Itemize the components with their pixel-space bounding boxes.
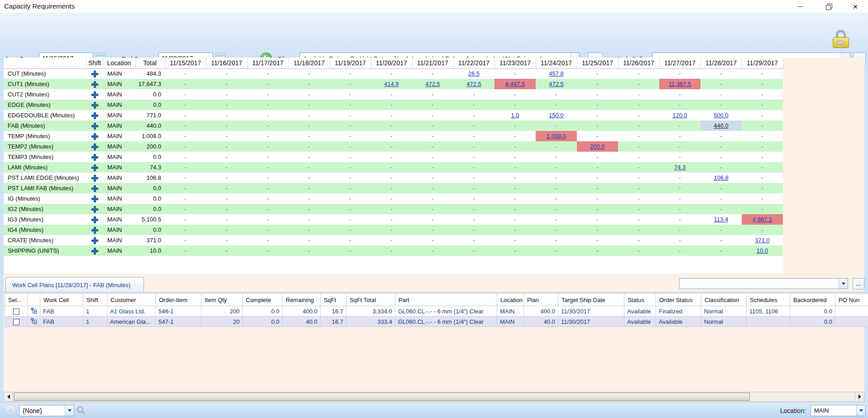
capacity-value-link[interactable]: 150.0 [549,112,564,119]
horizontal-scrollbar[interactable] [4,392,864,402]
plans-filter-dropdown[interactable] [679,278,848,289]
expand-plus-icon[interactable] [92,165,98,171]
capacity-cell: 472.5 [412,79,453,89]
capacity-cell-empty: - [165,204,206,214]
capacity-value-link[interactable]: 457.8 [549,70,564,77]
total-cell: 1,008.0 [135,131,165,141]
hierarchy-icon[interactable] [31,307,37,314]
expand-plus-icon[interactable] [92,71,98,77]
scrollbar-thumb[interactable] [14,393,750,401]
capacity-value-link[interactable]: 26.5 [468,70,480,77]
expand-plus-icon[interactable] [92,154,98,160]
capacity-cell-empty: - [618,79,659,89]
capacity-value-link[interactable]: 11,367.5 [669,81,691,87]
capacity-value-link[interactable]: 414.9 [384,81,399,87]
capacity-cell-empty: - [206,225,247,235]
plans-filter-arrow-icon[interactable] [839,279,848,288]
capacity-value-link[interactable]: 10.0 [757,247,768,254]
capacity-cell-empty: - [247,173,288,183]
plans-more-button[interactable]: ... [853,278,864,289]
expand-plus-icon[interactable] [92,207,98,212]
capacity-cell-empty: - [165,183,206,193]
select-checkbox[interactable] [13,308,19,315]
total-cell: 0.0 [135,152,165,162]
capacity-value-link[interactable]: 1.0 [511,112,519,119]
select-checkbox[interactable] [13,319,19,325]
panel-divider [4,292,864,293]
plans-cell: 20 [201,317,243,327]
back-icon[interactable]: ‹ [5,404,16,416]
expand-plus-icon[interactable] [92,92,98,98]
capacity-cell-empty: - [412,173,453,183]
expand-plus-icon[interactable] [92,196,98,202]
expand-plus-icon[interactable] [92,134,98,139]
hierarchy-icon[interactable] [31,318,37,324]
capacity-cell-empty: - [577,193,618,204]
location-dropdown-arrow-icon[interactable] [856,405,865,416]
location-cell: MAIN [103,79,135,89]
work-cell-plans-table: Sel...Work CellShiftCustomerOrder-ItemIt… [5,293,868,327]
expand-plus-icon[interactable] [92,82,98,87]
capacity-cell-empty: - [247,225,288,235]
capacity-value-link[interactable]: 440.0 [714,122,729,129]
expand-plus-icon[interactable] [92,217,98,223]
expand-plus-icon[interactable] [92,227,98,233]
plans-column-header: Complete [243,294,283,306]
preset-dropdown[interactable]: {None} [19,405,74,416]
capacity-cell-empty: - [206,152,247,162]
preset-dropdown-arrow-icon[interactable] [65,405,74,416]
capacity-value-link[interactable]: 120.0 [672,112,687,119]
capacity-cell-empty: - [659,204,700,214]
expand-plus-icon[interactable] [92,238,98,244]
capacity-value-link[interactable]: 500.0 [714,112,729,119]
workcell-name: CUT1 (Minutes) [4,79,86,89]
tab-work-cell-plans[interactable]: Work Cell Plans [11/28/2017] - FAB (Minu… [5,277,144,293]
capacity-value-link[interactable]: 472.5 [549,81,564,87]
plans-row[interactable]: FAB1A1 Glass Ltd.546-12000.0400.016.73,3… [5,306,868,317]
date-column-header: 11/17/2017 [247,58,288,68]
capacity-value-link[interactable]: 113.4 [714,216,729,223]
expand-plus-icon[interactable] [92,186,98,192]
restore-button[interactable] [819,0,839,13]
capacity-cell: 11,367.5 [659,79,700,89]
date-column-header: 11/29/2017 [742,58,783,68]
total-cell: 200.0 [135,141,165,152]
location-dropdown[interactable]: MAIN [810,405,866,416]
expand-plus-icon[interactable] [92,113,98,119]
capacity-cell-empty: - [536,193,577,204]
capacity-cell-empty: - [288,162,330,173]
capacity-value-link[interactable]: 74.3 [674,164,686,171]
expand-plus-icon[interactable] [92,248,98,254]
capacity-row: CUT2 (Minutes)MAIN0.0--------------- [4,89,783,100]
capacity-cell-empty: - [288,173,330,183]
date-column-header: 11/25/2017 [577,58,618,68]
capacity-cell-empty: - [494,120,536,131]
expand-plus-icon[interactable] [92,102,98,108]
search-icon[interactable] [76,405,86,417]
capacity-value-link[interactable]: 472.5 [425,81,440,87]
scroll-right-arrow-icon[interactable] [855,392,864,401]
total-cell: 440.0 [135,120,165,131]
plans-cell: 0.0 [243,306,283,317]
minimize-button[interactable] [790,0,810,13]
capacity-cell-empty: - [659,68,700,79]
capacity-cell-empty: - [494,89,536,100]
capacity-value-link[interactable]: 4,447.5 [505,81,525,87]
plans-row[interactable]: FAB1American Gla...547-1200.040.016.7333… [5,317,868,327]
expand-plus-icon[interactable] [92,123,98,129]
capacity-cell-empty: - [577,68,618,79]
capacity-cell-empty: - [330,120,371,131]
capacity-cell-empty: - [330,193,371,204]
capacity-value-link[interactable]: 200.0 [590,143,605,150]
capacity-value-link[interactable]: 4,987.1 [753,216,772,223]
capacity-value-link[interactable]: 472.5 [466,81,481,87]
capacity-value-link[interactable]: 1,008.0 [547,133,566,139]
capacity-value-link[interactable]: 371.0 [755,237,770,244]
scroll-left-arrow-icon[interactable] [4,392,13,401]
expand-plus-icon[interactable] [92,144,98,150]
capacity-value-link[interactable]: 106.8 [714,174,729,181]
date-column-header: 11/28/2017 [700,58,742,68]
close-button[interactable]: × [845,0,865,13]
capacity-cell-empty: - [577,89,618,100]
expand-plus-icon[interactable] [92,175,98,181]
